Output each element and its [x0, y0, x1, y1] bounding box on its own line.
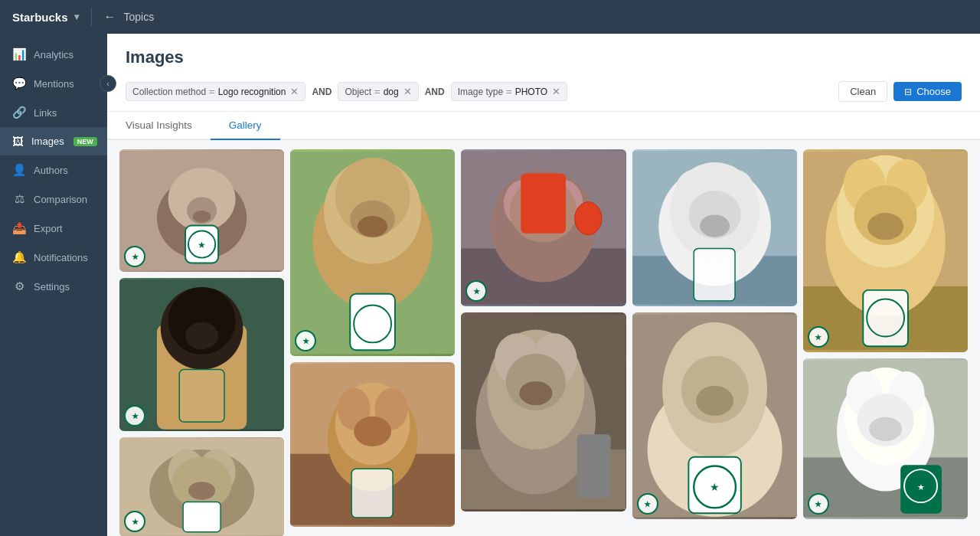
tab-visual-insights[interactable]: Visual Insights	[107, 112, 211, 140]
gallery: ★ ★	[107, 140, 980, 536]
mentions-icon: 💬	[12, 77, 26, 90]
sidebar-label-export: Export	[34, 223, 63, 234]
svg-point-68	[700, 214, 730, 237]
gallery-col-5: ★	[803, 149, 968, 536]
settings-icon: ⚙	[12, 279, 26, 293]
gallery-item-img7[interactable]: ★	[119, 437, 284, 536]
page-title: Images	[126, 47, 962, 67]
sidebar-label-links: Links	[34, 107, 57, 119]
sidebar-item-mentions[interactable]: 💬 Mentions ‹	[0, 69, 107, 98]
gallery-item-img11[interactable]: ★ ★	[803, 358, 968, 519]
brand-label[interactable]: Starbucks ▾	[12, 11, 79, 24]
svg-point-16	[185, 322, 218, 349]
svg-point-87	[867, 213, 903, 240]
svg-point-51	[575, 202, 602, 235]
svg-point-97	[869, 417, 902, 441]
gallery-col-4: ★ ★	[632, 149, 797, 536]
svg-point-30	[382, 175, 409, 202]
comparison-icon: ⚖	[12, 192, 26, 206]
authors-icon: 👤	[12, 163, 26, 177]
starbucks-overlay-7: ★	[124, 511, 145, 532]
sidebar-item-export[interactable]: 📤 Export	[0, 214, 107, 243]
gallery-item-img8[interactable]	[290, 362, 455, 527]
chip-close-collection[interactable]: ✕	[290, 86, 299, 97]
svg-rect-33	[350, 294, 395, 350]
starbucks-overlay-2: ★	[295, 330, 316, 351]
topbar: Starbucks ▾ ← Topics	[0, 0, 980, 34]
chip-label-collection: Collection method	[132, 87, 206, 97]
images-icon: 🖼	[12, 135, 24, 148]
starbucks-overlay-11: ★	[808, 493, 829, 515]
chip-close-imagetype[interactable]: ✕	[552, 86, 560, 97]
gallery-item-img6[interactable]: ★	[803, 149, 968, 352]
tabs-bar: Visual Insights Gallery	[107, 112, 980, 140]
starbucks-overlay-6: ★	[808, 326, 829, 348]
starbucks-overlay-4: ★	[124, 405, 145, 427]
chip-eq-imagetype: =	[506, 86, 512, 97]
gallery-col-2: ★	[290, 149, 455, 536]
gallery-item-img3[interactable]: ★	[461, 149, 626, 306]
choose-filter-icon: ⊟	[904, 87, 912, 97]
topbar-separator	[91, 8, 92, 26]
chip-close-object[interactable]: ✕	[403, 86, 412, 97]
gallery-item-img9[interactable]	[461, 312, 626, 511]
chip-label-object: Object	[345, 87, 371, 97]
links-icon: 🔗	[12, 106, 26, 119]
filter-and-1: AND	[310, 87, 333, 97]
clean-button[interactable]: Clean	[838, 81, 887, 102]
filter-actions: Clean ⊟ Choose	[838, 81, 962, 102]
page-header: Images	[107, 34, 980, 75]
sidebar-label-analytics: Analytics	[34, 49, 74, 60]
sidebar-item-analytics[interactable]: 📊 Analytics	[0, 40, 107, 69]
svg-rect-50	[521, 174, 567, 234]
topics-link[interactable]: Topics	[124, 11, 155, 23]
chip-val-object: dog	[384, 87, 399, 97]
filter-chip-object: Object = dog ✕	[338, 82, 418, 101]
svg-point-6	[193, 211, 211, 223]
svg-rect-17	[179, 370, 224, 422]
notifications-icon: 🔔	[12, 250, 26, 264]
gallery-item-img5[interactable]	[632, 149, 797, 306]
gallery-item-img4[interactable]: ★	[119, 278, 284, 431]
gallery-item-img2[interactable]: ★	[290, 149, 455, 356]
sidebar-label-mentions: Mentions	[34, 78, 74, 90]
chip-val-imagetype: PHOTO	[515, 87, 547, 97]
starbucks-overlay-10: ★	[637, 493, 658, 515]
gallery-col-1: ★ ★	[119, 149, 284, 536]
tab-gallery[interactable]: Gallery	[211, 112, 280, 140]
svg-rect-60	[577, 434, 611, 498]
sidebar-label-images: Images	[31, 136, 64, 147]
gallery-item-img10[interactable]: ★ ★	[632, 312, 797, 519]
sidebar-item-comparison[interactable]: ⚖ Comparison	[0, 185, 107, 214]
starbucks-overlay-1: ★	[124, 246, 145, 267]
sidebar-label-notifications: Notifications	[34, 252, 88, 263]
gallery-col-3: ★	[461, 149, 626, 536]
svg-point-32	[358, 216, 387, 237]
chip-eq-object: =	[374, 86, 381, 97]
choose-label: Choose	[916, 86, 951, 97]
filter-chip-collection: Collection method = Logo recognition ✕	[126, 82, 305, 101]
main-layout: 📊 Analytics 💬 Mentions ‹ 🔗 Links 🖼 Image…	[0, 34, 980, 536]
svg-rect-24	[183, 502, 220, 532]
chip-val-collection: Logo recognition	[218, 87, 286, 97]
sidebar-item-images[interactable]: 🖼 Images NEW	[0, 127, 107, 155]
sidebar-item-authors[interactable]: 👤 Authors	[0, 155, 107, 185]
svg-point-76	[696, 386, 733, 416]
sidebar-collapse-icon[interactable]: ‹	[100, 75, 116, 92]
images-new-badge: NEW	[74, 137, 97, 146]
topbar-nav: ← Topics	[104, 10, 155, 24]
sidebar-item-settings[interactable]: ⚙ Settings	[0, 272, 107, 301]
choose-button[interactable]: ⊟ Choose	[893, 82, 962, 101]
svg-point-59	[520, 381, 553, 405]
chip-label-imagetype: Image type	[458, 87, 503, 97]
brand-chevron: ▾	[74, 11, 79, 22]
svg-point-41	[354, 417, 391, 446]
sidebar-item-links[interactable]: 🔗 Links	[0, 98, 107, 127]
svg-text:★: ★	[710, 482, 720, 493]
sidebar-item-notifications[interactable]: 🔔 Notifications	[0, 243, 107, 272]
back-arrow-icon[interactable]: ←	[104, 10, 116, 24]
sidebar-label-settings: Settings	[34, 281, 70, 293]
svg-text:★: ★	[198, 240, 206, 250]
gallery-item-img1[interactable]: ★ ★	[119, 149, 284, 272]
svg-point-23	[188, 482, 215, 499]
